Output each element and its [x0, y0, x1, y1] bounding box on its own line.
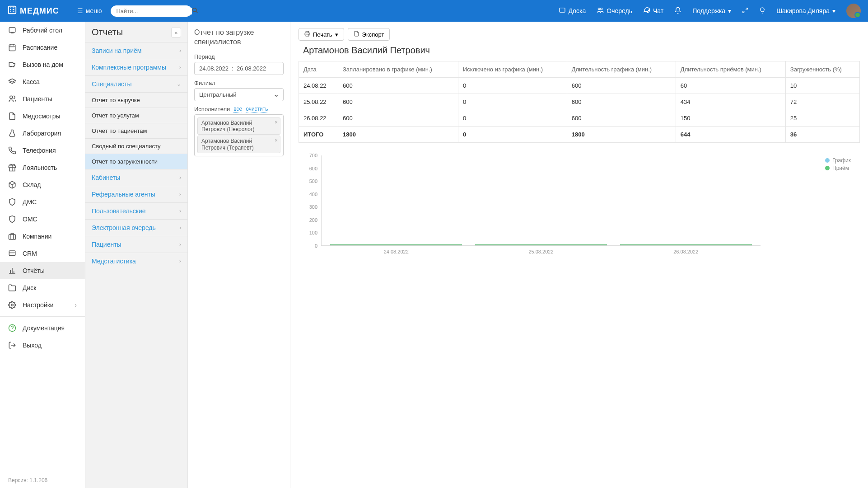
person-name: Артамонов Василий Петрович — [303, 45, 860, 56]
sidebar-label: Диск — [23, 284, 36, 291]
sidebar-item-9[interactable]: Склад — [0, 176, 85, 193]
app-logo: МЕДМИС — [7, 5, 59, 17]
performers-chipbox[interactable]: Артамонов Василий Петрович (Невролог)×Ар… — [194, 114, 284, 157]
sidebar-icon-12 — [8, 232, 16, 240]
search-input[interactable] — [116, 8, 192, 14]
sub-item-2[interactable]: Отчет по пациентам — [85, 123, 187, 138]
collapse-button[interactable]: « — [171, 28, 181, 38]
performers-label: Исполнители — [194, 106, 230, 113]
x-label: 26.08.2022 — [620, 249, 752, 254]
sub-section-label: Пользовательские — [92, 207, 146, 215]
sidebar-item-13[interactable]: CRM — [0, 245, 85, 262]
search-box[interactable] — [111, 5, 192, 17]
avatar[interactable] — [846, 4, 861, 18]
header-support[interactable]: Поддержка ▾ — [692, 7, 731, 14]
print-icon — [304, 31, 310, 38]
chevron-right-icon: › — [179, 225, 181, 231]
sub-section-Пользовательские[interactable]: Пользовательские› — [85, 202, 187, 219]
version-label: Версия: 1.1.206 — [0, 473, 85, 488]
sidebar-item-15[interactable]: Диск — [0, 279, 85, 296]
sub-item-1[interactable]: Отчет по услугам — [85, 108, 187, 123]
sub-section-Комплексные программы[interactable]: Комплексные программы› — [85, 59, 187, 75]
sidebar-item-10[interactable]: ДМС — [0, 193, 85, 211]
sidebar-icon-10 — [8, 198, 16, 206]
sidebar-icon-9 — [8, 181, 16, 189]
chevron-right-icon: › — [179, 64, 181, 70]
header-chat[interactable]: Чат — [643, 7, 663, 15]
sub-section-label: Записи на приём — [92, 47, 141, 54]
table-cell: 0 — [458, 110, 567, 127]
x-label: 25.08.2022 — [475, 249, 607, 254]
header-user[interactable]: Шакирова Диляра ▾ — [776, 7, 835, 14]
table-cell: 600 — [338, 78, 458, 94]
branch-select[interactable]: Центральный — [194, 88, 284, 101]
sidebar-item-8[interactable]: Лояльность — [0, 159, 85, 176]
table-cell: 0 — [458, 127, 567, 143]
sidebar-item-docs[interactable]: Документация — [0, 319, 85, 337]
table-cell: 10 — [785, 78, 859, 94]
queue-label: Очередь — [607, 7, 632, 14]
bar-appt — [475, 244, 607, 245]
sidebar-item-6[interactable]: Лаборатория — [0, 125, 85, 142]
sidebar-item-0[interactable]: Рабочий стол — [0, 22, 85, 39]
sidebar-label: Расписание — [23, 44, 57, 51]
y-tick: 100 — [309, 230, 317, 235]
sidebar-label: Настройки — [23, 301, 54, 309]
table-header: Исключено из графика (мин.) — [458, 61, 567, 78]
sidebar-item-12[interactable]: Компании — [0, 228, 85, 245]
sub-section-Электронная очередь[interactable]: Электронная очередь› — [85, 219, 187, 236]
sidebar-icon-8 — [8, 164, 16, 172]
chip-remove-icon[interactable]: × — [275, 119, 278, 126]
sidebar-item-5[interactable]: Медосмотры — [0, 108, 85, 125]
logout-icon — [8, 341, 16, 349]
sidebar-label: Склад — [23, 181, 41, 188]
performers-clear-link[interactable]: очистить — [246, 106, 268, 113]
sub-section-Специалисты[interactable]: Специалисты⌄ — [85, 75, 187, 92]
header-queue[interactable]: Очередь — [597, 7, 632, 15]
menu-toggle[interactable]: ☰ меню — [77, 7, 102, 14]
sub-section-Пациенты[interactable]: Пациенты› — [85, 236, 187, 253]
sidebar-icon-7 — [8, 146, 16, 155]
chip-remove-icon[interactable]: × — [275, 137, 278, 144]
print-button[interactable]: Печать ▾ — [299, 28, 344, 41]
search-icon[interactable] — [192, 7, 198, 15]
svg-rect-8 — [9, 235, 16, 239]
legend-dot-schedule — [825, 158, 830, 163]
board-label: Доска — [569, 7, 586, 14]
y-tick: 300 — [309, 204, 317, 210]
header-board[interactable]: Доска — [559, 7, 586, 15]
sidebar-label: Телефония — [23, 147, 56, 154]
sub-section-Записи на приём[interactable]: Записи на приём› — [85, 42, 187, 59]
sidebar-item-3[interactable]: Касса — [0, 73, 85, 90]
sidebar-item-7[interactable]: Телефония — [0, 142, 85, 159]
sub-section-Реферальные агенты[interactable]: Реферальные агенты› — [85, 186, 187, 202]
sidebar-item-4[interactable]: Пациенты — [0, 90, 85, 108]
sidebar-item-14[interactable]: Отчёты — [0, 262, 85, 279]
sidebar-label: ДМС — [23, 198, 37, 206]
sub-item-0[interactable]: Отчет по выручке — [85, 92, 187, 108]
bar-appt — [620, 244, 752, 245]
caret-down-icon: ▾ — [335, 31, 338, 38]
sidebar-item-11[interactable]: ОМС — [0, 211, 85, 228]
sidebar-icon-2 — [8, 61, 16, 69]
header-idea[interactable] — [759, 7, 765, 15]
sidebar-item-1[interactable]: Расписание — [0, 39, 85, 56]
period-input[interactable] — [194, 62, 284, 75]
export-button[interactable]: Экспорт — [348, 28, 390, 41]
sub-section-label: Кабинеты — [92, 174, 120, 181]
header-expand[interactable] — [742, 7, 748, 15]
table-cell: 600 — [338, 110, 458, 127]
sub-item-3[interactable]: Сводный по специалисту — [85, 138, 187, 154]
legend-schedule-label: График — [832, 157, 851, 164]
performers-all-link[interactable]: все — [233, 106, 242, 113]
sub-section-Кабинеты[interactable]: Кабинеты› — [85, 169, 187, 186]
header-bell[interactable] — [674, 7, 681, 15]
sidebar-item-16[interactable]: Настройки› — [0, 296, 85, 314]
sub-item-4[interactable]: Отчет по загруженности — [85, 154, 187, 169]
sidebar-item-2[interactable]: Вызов на дом — [0, 56, 85, 73]
svg-rect-0 — [9, 6, 16, 14]
sidebar-icon-14 — [8, 267, 16, 275]
sub-section-Медстатистика[interactable]: Медстатистика› — [85, 253, 187, 269]
report-table: ДатаЗапланировано в графике (мин.)Исключ… — [299, 61, 860, 143]
sidebar-item-exit[interactable]: Выход — [0, 337, 85, 354]
